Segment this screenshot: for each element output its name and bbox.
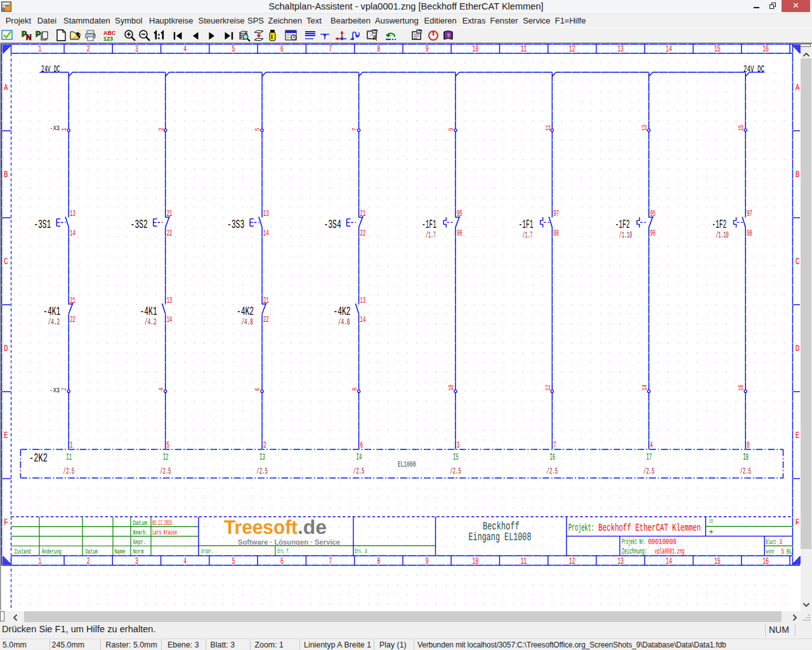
- svg-text:/1.7: /1.7: [522, 231, 532, 241]
- svg-text:14: 14: [167, 315, 173, 324]
- svg-text:15: 15: [738, 125, 745, 131]
- svg-text:I6: I6: [549, 453, 555, 463]
- svg-text:I5: I5: [453, 453, 459, 463]
- svg-text:Software · Lösungen · Service: Software · Lösungen · Service: [238, 538, 340, 547]
- svg-text:/4.8: /4.8: [338, 318, 350, 328]
- svg-text:22: 22: [70, 315, 75, 324]
- svg-text:Urspr.: Urspr.: [201, 548, 213, 555]
- svg-text:/1.7: /1.7: [426, 231, 436, 241]
- svg-text:E: E: [796, 431, 800, 441]
- svg-text:22: 22: [263, 315, 269, 324]
- svg-text:I1: I1: [66, 453, 72, 463]
- svg-text:4: 4: [650, 441, 653, 451]
- svg-text:/2.5: /2.5: [353, 467, 365, 477]
- svg-text:13: 13: [70, 209, 75, 218]
- svg-text:14: 14: [666, 557, 672, 567]
- svg-text:1: 1: [70, 441, 73, 451]
- svg-text:13: 13: [167, 296, 173, 305]
- svg-text:4: 4: [183, 44, 187, 55]
- svg-text:98: 98: [747, 229, 752, 238]
- svg-text:2: 2: [87, 557, 90, 567]
- svg-text:3: 3: [457, 441, 460, 451]
- svg-text:N: N: [26, 33, 32, 42]
- svg-text:95: 95: [457, 209, 462, 218]
- svg-text:F: F: [4, 518, 8, 528]
- svg-text:5: 5: [782, 548, 785, 556]
- svg-text:14: 14: [641, 385, 649, 391]
- svg-text:/4.8: /4.8: [242, 318, 254, 328]
- svg-text:/1.10: /1.10: [619, 231, 632, 241]
- svg-text:8: 8: [377, 44, 380, 55]
- svg-text:/2.5: /2.5: [63, 467, 75, 477]
- svg-text:97: 97: [553, 209, 559, 218]
- svg-text:-3S1: -3S1: [34, 218, 51, 232]
- svg-text:15: 15: [714, 557, 721, 567]
- svg-text:/2.5: /2.5: [547, 467, 558, 477]
- svg-text:24V DC: 24V DC: [743, 65, 764, 75]
- svg-text:11: 11: [545, 125, 553, 131]
- svg-text:2: 2: [263, 441, 266, 451]
- svg-text:?: ?: [447, 32, 450, 39]
- svg-text:Ers. f.: Ers. f.: [278, 548, 291, 555]
- svg-text:13: 13: [263, 209, 269, 218]
- svg-text:5: 5: [254, 128, 262, 131]
- svg-text:16: 16: [763, 557, 769, 567]
- svg-text:4: 4: [183, 557, 187, 567]
- svg-text:Projekt Nr.: Projekt Nr.: [622, 538, 646, 547]
- svg-text:95: 95: [650, 209, 656, 218]
- svg-text:-1F1: -1F1: [518, 218, 533, 232]
- svg-text:8: 8: [747, 441, 750, 451]
- svg-text:13: 13: [617, 44, 624, 55]
- svg-text:i: i: [271, 33, 273, 40]
- svg-text:6: 6: [280, 44, 284, 55]
- svg-text:I3: I3: [259, 453, 265, 463]
- svg-text:Projekt:: Projekt:: [568, 522, 594, 534]
- svg-text:10: 10: [448, 385, 455, 391]
- svg-text:1: 1: [62, 128, 69, 131]
- svg-text:Änderung: Änderung: [42, 548, 62, 556]
- svg-text:8: 8: [377, 557, 380, 567]
- svg-text:1: 1: [39, 44, 42, 55]
- svg-text:11: 11: [521, 557, 527, 567]
- svg-text:Datum: Datum: [133, 520, 147, 527]
- svg-text:F: F: [796, 518, 800, 528]
- svg-text:-1F1: -1F1: [422, 218, 436, 232]
- svg-text:-1F2: -1F2: [712, 218, 726, 232]
- svg-text:5: 5: [232, 44, 235, 55]
- svg-text:13: 13: [641, 125, 649, 131]
- svg-text:96: 96: [457, 229, 462, 238]
- svg-text:Beckhoff EtherCAT Klemmen: Beckhoff EtherCAT Klemmen: [598, 522, 701, 534]
- svg-text:-4K2: -4K2: [333, 305, 350, 319]
- svg-text:5: 5: [167, 441, 170, 451]
- svg-text:9: 9: [426, 557, 429, 567]
- svg-text:3: 3: [780, 539, 783, 547]
- svg-text:11: 11: [521, 44, 527, 55]
- svg-text:Bearb.: Bearb.: [133, 529, 148, 537]
- svg-text:-2K2: -2K2: [29, 451, 48, 465]
- svg-text:Norm: Norm: [133, 548, 144, 556]
- svg-text:I7: I7: [646, 453, 652, 463]
- svg-text:21: 21: [70, 296, 75, 305]
- svg-text:12: 12: [569, 557, 575, 567]
- svg-text:3: 3: [158, 128, 166, 131]
- svg-text:2: 2: [87, 44, 90, 55]
- svg-text:I4: I4: [357, 453, 362, 463]
- svg-text:03.12.2015: 03.12.2015: [152, 520, 172, 527]
- svg-text:+: +: [709, 527, 714, 537]
- svg-text:Gepr.: Gepr.: [133, 539, 146, 547]
- svg-text:P: P: [36, 30, 41, 39]
- svg-text:14: 14: [70, 229, 75, 238]
- svg-text:Zeichnung:: Zeichnung:: [622, 547, 647, 556]
- svg-text:10: 10: [473, 557, 479, 567]
- svg-text:98: 98: [553, 229, 559, 238]
- svg-text:8: 8: [351, 388, 359, 391]
- svg-text:12: 12: [569, 44, 575, 55]
- svg-text:Datum: Datum: [86, 548, 98, 556]
- svg-text:4: 4: [158, 388, 166, 391]
- svg-text:13: 13: [360, 296, 366, 305]
- svg-text:7: 7: [329, 557, 332, 567]
- svg-text:22: 22: [360, 229, 366, 238]
- svg-text:5: 5: [232, 557, 235, 567]
- svg-text:/2.5: /2.5: [160, 467, 171, 477]
- svg-text:D: D: [4, 344, 8, 354]
